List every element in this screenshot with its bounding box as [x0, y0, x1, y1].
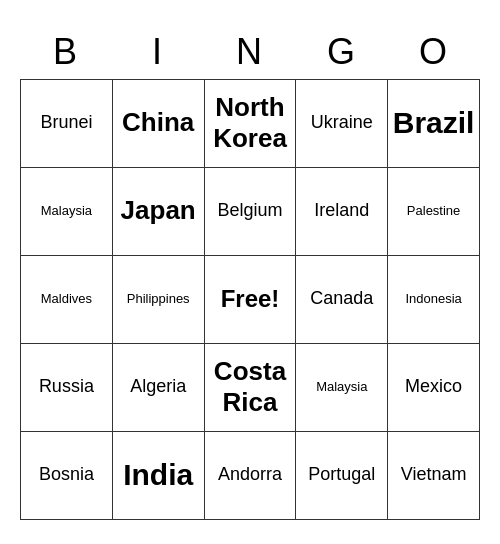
cell-text-0-2: NorthKorea [209, 92, 292, 154]
header-letter-i: I [112, 25, 204, 79]
grid-row-0: BruneiChinaNorthKoreaUkraineBrazil [21, 79, 480, 167]
header-letter-n: N [204, 25, 296, 79]
cell-2-2: Free! [204, 255, 296, 343]
cell-text-1-1: Japan [117, 195, 200, 226]
cell-text-4-0: Bosnia [25, 464, 108, 486]
cell-text-1-2: Belgium [209, 200, 292, 222]
cell-text-1-3: Ireland [300, 200, 383, 222]
cell-1-3: Ireland [296, 167, 388, 255]
cell-1-4: Palestine [388, 167, 480, 255]
cell-text-3-1: Algeria [117, 376, 200, 398]
cell-text-2-1: Philippines [117, 291, 200, 307]
cell-text-1-0: Malaysia [25, 203, 108, 219]
cell-text-4-2: Andorra [209, 464, 292, 486]
cell-3-2: CostaRica [204, 343, 296, 431]
cell-text-2-2: Free! [209, 285, 292, 314]
cell-4-2: Andorra [204, 431, 296, 519]
cell-text-4-3: Portugal [300, 464, 383, 486]
cell-0-0: Brunei [21, 79, 113, 167]
cell-3-3: Malaysia [296, 343, 388, 431]
cell-text-0-4: Brazil [392, 105, 475, 141]
grid-row-3: RussiaAlgeriaCostaRicaMalaysiaMexico [21, 343, 480, 431]
cell-text-0-3: Ukraine [300, 112, 383, 134]
cell-text-0-0: Brunei [25, 112, 108, 134]
cell-4-3: Portugal [296, 431, 388, 519]
bingo-header: BINGO [20, 25, 480, 79]
cell-text-4-4: Vietnam [392, 464, 475, 486]
header-letter-b: B [20, 25, 112, 79]
grid-row-2: MaldivesPhilippinesFree!CanadaIndonesia [21, 255, 480, 343]
cell-text-3-4: Mexico [392, 376, 475, 398]
cell-2-4: Indonesia [388, 255, 480, 343]
cell-text-3-2: CostaRica [209, 356, 292, 418]
cell-text-0-1: China [117, 107, 200, 138]
header-letter-g: G [296, 25, 388, 79]
cell-text-2-3: Canada [300, 288, 383, 310]
cell-2-0: Maldives [21, 255, 113, 343]
cell-4-4: Vietnam [388, 431, 480, 519]
cell-3-0: Russia [21, 343, 113, 431]
cell-text-3-3: Malaysia [300, 379, 383, 395]
cell-2-1: Philippines [112, 255, 204, 343]
cell-0-3: Ukraine [296, 79, 388, 167]
header-letter-o: O [388, 25, 480, 79]
bingo-card: BINGO BruneiChinaNorthKoreaUkraineBrazil… [20, 25, 480, 520]
cell-text-2-0: Maldives [25, 291, 108, 307]
bingo-grid: BruneiChinaNorthKoreaUkraineBrazilMalays… [20, 79, 480, 520]
cell-1-1: Japan [112, 167, 204, 255]
grid-row-4: BosniaIndiaAndorraPortugalVietnam [21, 431, 480, 519]
cell-4-1: India [112, 431, 204, 519]
cell-0-2: NorthKorea [204, 79, 296, 167]
cell-3-1: Algeria [112, 343, 204, 431]
cell-text-4-1: India [117, 457, 200, 493]
cell-3-4: Mexico [388, 343, 480, 431]
cell-text-3-0: Russia [25, 376, 108, 398]
cell-2-3: Canada [296, 255, 388, 343]
grid-row-1: MalaysiaJapanBelgiumIrelandPalestine [21, 167, 480, 255]
cell-text-2-4: Indonesia [392, 291, 475, 307]
cell-1-0: Malaysia [21, 167, 113, 255]
cell-0-4: Brazil [388, 79, 480, 167]
cell-4-0: Bosnia [21, 431, 113, 519]
cell-0-1: China [112, 79, 204, 167]
cell-text-1-4: Palestine [392, 203, 475, 219]
cell-1-2: Belgium [204, 167, 296, 255]
